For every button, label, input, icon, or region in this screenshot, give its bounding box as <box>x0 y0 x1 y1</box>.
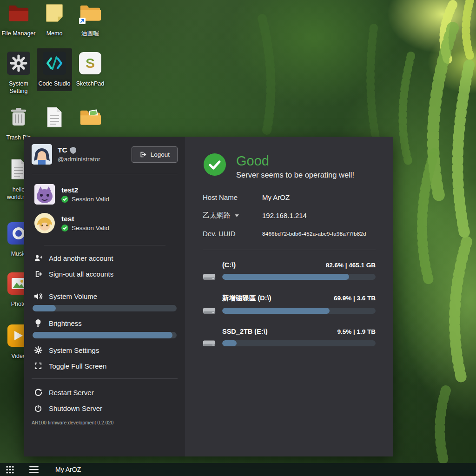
sketchpad-icon: S <box>78 51 102 75</box>
memo-icon <box>42 1 66 25</box>
account-name: test <box>61 215 109 223</box>
disk-usage-fill <box>222 274 349 280</box>
system-settings-item[interactable]: System Settings <box>32 342 178 358</box>
check-circle-icon <box>204 153 226 176</box>
desktop-icon-label: System Setting <box>1 80 36 95</box>
network-selector[interactable]: 乙太網路 <box>203 211 262 220</box>
hostname-row: Host Name My ArOZ <box>203 193 376 201</box>
app-grid-button[interactable] <box>6 465 14 474</box>
taskbar: My ArOZ <box>0 463 476 476</box>
disk-usage: 82.6% | 465.1 GB <box>326 262 376 269</box>
restart-icon <box>33 388 43 397</box>
disk-usage-bar <box>222 274 376 280</box>
desktop-icon-photo-folder[interactable] <box>73 105 108 134</box>
desktop-icon-trash[interactable]: Trash Bin <box>1 105 36 141</box>
gear-icon <box>7 51 31 75</box>
account-name: test2 <box>61 186 109 194</box>
admin-shield-icon <box>70 147 76 154</box>
uuid-value: 8466bd72-bdb6-452a-abc9-fa98a77fb82d <box>262 231 366 237</box>
sign-out-icon <box>33 270 43 278</box>
disk-row-e[interactable]: SSD_2TB (E:\) 9.5% | 1.9 TB <box>203 328 376 348</box>
brightness-slider[interactable] <box>33 332 177 338</box>
user-avatar <box>32 144 52 165</box>
desktop-icon-memo[interactable]: Memo <box>37 1 72 37</box>
brightness-item[interactable]: Brightness <box>32 315 178 331</box>
account-avatar <box>34 213 55 233</box>
signout-all-item[interactable]: Sign-out all accounts <box>32 266 178 282</box>
menu-button[interactable] <box>29 466 39 473</box>
shutdown-server-label: Shutdown Server <box>49 404 102 412</box>
shortcut-arrow-icon <box>79 18 86 24</box>
toggle-fullscreen-label: Toggle Full Screen <box>49 362 106 370</box>
hamburger-icon <box>29 466 39 473</box>
gear-icon <box>33 346 43 354</box>
disk-usage-bar <box>222 340 376 346</box>
session-valid-icon <box>61 225 68 231</box>
taskbar-title: My ArOZ <box>55 466 81 473</box>
desktop-icon-label: Code Studio <box>39 80 71 87</box>
logout-button[interactable]: Logout <box>132 146 178 163</box>
ip-address-value: 192.168.1.214 <box>262 212 307 219</box>
status-text: Good Server seems to be operating well! <box>236 153 354 179</box>
current-user-card: TC @administrator Logout <box>32 144 178 169</box>
account-info: test2 Session Valid <box>61 186 109 203</box>
volume-slider[interactable] <box>33 305 177 311</box>
brightness-slider-fill <box>33 332 172 338</box>
code-studio-icon <box>42 51 66 75</box>
hostname-value: My ArOZ <box>262 193 290 201</box>
status-title: Good <box>236 153 354 169</box>
server-health-status: Good Server seems to be operating well! <box>204 153 376 179</box>
trash-icon <box>7 105 31 129</box>
brightness-label: Brightness <box>49 319 82 327</box>
desktop-icon-sketchpad[interactable]: S SketchPad <box>73 51 108 87</box>
shutdown-server-item[interactable]: Shutdown Server <box>32 400 178 416</box>
file-manager-icon <box>7 1 31 25</box>
account-info: test Session Valid <box>61 215 109 231</box>
account-column: TC @administrator Logout test2 <box>24 137 185 456</box>
desktop-icon-code-studio[interactable]: Code Studio <box>37 48 72 91</box>
chevron-down-icon <box>235 214 239 217</box>
restart-server-item[interactable]: Restart Server <box>32 384 178 400</box>
account-avatar <box>34 184 55 205</box>
user-identity: TC @administrator <box>58 146 100 163</box>
desktop-icon-label: Memo <box>46 30 63 37</box>
desktop-icon-label: 油圖喔 <box>81 30 99 37</box>
disk-row-d[interactable]: 新增磁碟區 (D:\) 69.9% | 3.6 TB <box>203 294 376 315</box>
network-row: 乙太網路 192.168.1.214 <box>203 211 376 220</box>
disk-row-c[interactable]: (C:\) 82.6% | 465.1 GB <box>203 261 376 281</box>
system-volume-label: System Volume <box>49 292 97 300</box>
toggle-fullscreen-item[interactable]: Toggle Full Screen <box>32 358 178 374</box>
grid-icon <box>6 465 14 474</box>
desktop-icon-system-setting[interactable]: System Setting <box>1 51 36 95</box>
drive-icon <box>203 306 216 315</box>
power-icon <box>33 404 43 412</box>
uuid-row: Dev. UUID 8466bd72-bdb6-452a-abc9-fa98a7… <box>203 230 376 238</box>
session-status: Session Valid <box>72 225 109 231</box>
desktop-icon-label: File Manager <box>2 30 36 37</box>
disk-usage: 9.5% | 1.9 TB <box>337 328 376 335</box>
user-name: TC <box>58 146 67 154</box>
disk-name: 新增磁碟區 (D:\) <box>222 294 271 303</box>
document-icon <box>42 105 66 129</box>
account-item-test[interactable]: test Session Valid <box>32 209 178 238</box>
disk-usage-bar <box>222 308 376 314</box>
desktop-icon-shortcut-folder[interactable]: 油圖喔 <box>73 1 108 37</box>
photo-folder-icon <box>78 105 102 129</box>
desktop-icon-document[interactable] <box>37 105 72 134</box>
volume-slider-fill <box>33 305 56 311</box>
desktop-icon-file-manager[interactable]: File Manager <box>1 1 36 37</box>
hostname-label: Host Name <box>203 193 262 201</box>
logout-icon <box>139 151 146 158</box>
session-valid-icon <box>61 196 68 203</box>
uuid-label: Dev. UUID <box>203 230 262 238</box>
system-volume-item[interactable]: System Volume <box>32 288 178 304</box>
firmware-version: AR100 firmware:development 0.2.020 <box>32 420 178 425</box>
account-item-test2[interactable]: test2 Session Valid <box>32 180 178 209</box>
system-status-panel: TC @administrator Logout test2 <box>24 137 393 456</box>
disk-usage: 69.9% | 3.6 TB <box>334 295 376 302</box>
logout-label: Logout <box>151 151 170 158</box>
add-account-item[interactable]: Add another account <box>32 250 178 266</box>
system-settings-label: System Settings <box>49 346 99 354</box>
disk-list: (C:\) 82.6% | 465.1 GB 新增磁碟區 (D <box>203 250 376 348</box>
divider <box>32 378 178 379</box>
